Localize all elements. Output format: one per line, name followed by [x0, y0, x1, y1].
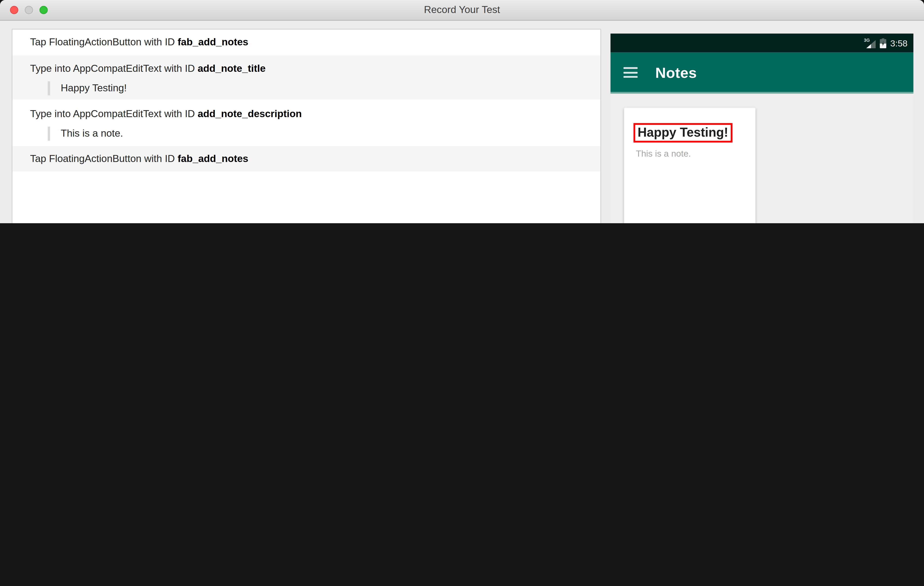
action-row-type-description[interactable]: Type into AppCompatEditText with ID add_…: [12, 100, 601, 146]
app-bar-title: Notes: [655, 53, 697, 94]
cellular-signal-3g-icon: 3G: [864, 38, 876, 48]
note-card[interactable]: Happy Testing! This is a note.: [624, 108, 756, 223]
titlebar: Record Your Test: [0, 0, 924, 21]
android-app-bar: Notes: [610, 53, 914, 94]
action-view-id: fab_add_notes: [178, 153, 248, 164]
recorded-actions-list[interactable]: Tap FloatingActionButton with ID fab_add…: [12, 29, 601, 223]
battery-charging-icon: [880, 38, 886, 48]
action-view-id: add_note_description: [198, 109, 302, 120]
value-indent-bar: [48, 127, 50, 141]
device-screen-mirror: 3G 3:58 Notes Happy Testing! This is a n…: [610, 34, 914, 223]
window-title: Record Your Test: [0, 0, 924, 21]
typed-value-line: This is a note.: [48, 127, 601, 141]
notes-list-screen: Happy Testing! This is a note. +: [610, 94, 914, 223]
typed-value: This is a note.: [61, 127, 123, 141]
assertion-highlight-box: Happy Testing!: [634, 123, 732, 143]
android-status-bar: 3G 3:58: [610, 34, 914, 53]
screenshot-viewport: Record Your Test Tap FloatingActionButto…: [0, 0, 924, 223]
record-your-test-window: Record Your Test Tap FloatingActionButto…: [0, 0, 924, 223]
action-view-id: fab_add_notes: [178, 36, 248, 48]
value-indent-bar: [48, 81, 50, 95]
network-type-label: 3G: [864, 38, 870, 43]
typed-value-line: Happy Testing!: [48, 81, 601, 95]
note-description: This is a note.: [636, 148, 691, 159]
status-bar-time: 3:58: [890, 38, 908, 48]
action-row-tap-fab-1[interactable]: Tap FloatingActionButton with ID fab_add…: [12, 30, 601, 55]
typed-value: Happy Testing!: [61, 81, 127, 95]
hamburger-menu-icon[interactable]: [624, 67, 637, 77]
note-title: Happy Testing!: [637, 125, 728, 140]
action-text: Type into AppCompatEditText with ID: [30, 63, 198, 74]
action-row-tap-fab-2[interactable]: Tap FloatingActionButton with ID fab_add…: [12, 146, 601, 171]
action-text: Tap FloatingActionButton with ID: [30, 36, 178, 48]
action-view-id: add_note_title: [198, 63, 266, 74]
action-text: Type into AppCompatEditText with ID: [30, 109, 198, 120]
action-row-type-title[interactable]: Type into AppCompatEditText with ID add_…: [12, 55, 601, 100]
action-text: Tap FloatingActionButton with ID: [30, 153, 178, 164]
